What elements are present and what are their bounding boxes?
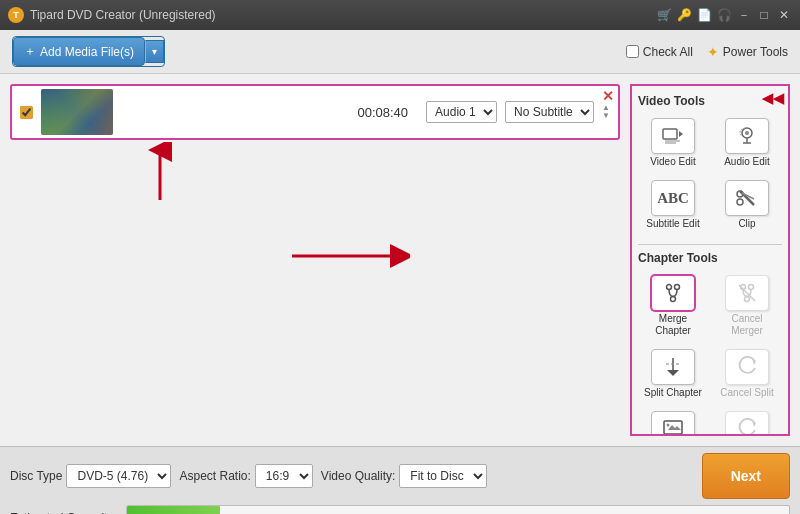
bottom-selects: Disc Type DVD-5 (4.76) DVD-9 (8.54) Aspe…	[10, 464, 702, 488]
svg-marker-5	[679, 131, 683, 137]
app-title: Tipard DVD Creator (Unregistered)	[30, 8, 656, 22]
video-quality-select[interactable]: Fit to Disc High Medium Low	[399, 464, 487, 488]
cancel-merger-icon-box	[725, 275, 769, 311]
disc-type-field: Disc Type DVD-5 (4.76) DVD-9 (8.54)	[10, 464, 171, 488]
subtitle-edit-button[interactable]: ABC Subtitle Edit	[638, 176, 708, 234]
media-duration: 00:08:40	[357, 105, 408, 120]
power-icon: ✦	[707, 44, 719, 60]
video-edit-button[interactable]: Video Edit	[638, 114, 708, 172]
clip-label: Clip	[738, 218, 755, 230]
next-button[interactable]: Next	[702, 453, 790, 499]
right-arrow-svg	[290, 244, 410, 268]
toolbar: ＋ Add Media File(s) ▾ Check All ✦ Power …	[0, 30, 800, 74]
toolbar-right: Check All ✦ Power Tools	[626, 44, 788, 60]
audio-edit-label: Audio Edit	[724, 156, 770, 168]
merge-chapter-button[interactable]: Merge Chapter	[638, 271, 708, 341]
svg-point-17	[675, 285, 680, 290]
bottom-bar: Disc Type DVD-5 (4.76) DVD-9 (8.54) Aspe…	[0, 446, 800, 514]
split-chapter-icon	[662, 356, 684, 378]
media-close-button[interactable]: ✕	[602, 88, 614, 104]
collapse-button[interactable]: ◀◀	[762, 90, 784, 106]
merge-chapter-icon	[662, 282, 684, 304]
split-chapter-button[interactable]: Split Chapter	[638, 345, 708, 403]
power-tools-label: Power Tools	[723, 45, 788, 59]
minimize-icon[interactable]: －	[736, 7, 752, 23]
cancel-split-icon-box	[725, 349, 769, 385]
svg-point-18	[671, 297, 676, 302]
split-chapter-icon-box	[651, 349, 695, 385]
side-panel: ◀◀ Video Tools Video Edit	[630, 84, 790, 436]
thumbnail-setting-icon-box	[651, 411, 695, 436]
subtitle-edit-icon-box: ABC	[651, 180, 695, 216]
split-chapter-label: Split Chapter	[644, 387, 702, 399]
video-tools-grid: Video Edit Audio Edit	[638, 114, 782, 234]
media-thumbnail	[41, 89, 113, 135]
svg-point-9	[745, 131, 749, 135]
thumbnail-setting-button[interactable]: Thumbnail Setting	[638, 407, 708, 436]
cancel-split-label: Cancel Split	[720, 387, 773, 399]
clip-button[interactable]: Clip	[712, 176, 782, 234]
svg-rect-4	[663, 129, 677, 139]
clip-icon	[736, 187, 758, 209]
capacity-bar-wrapper: 0.5GB 1GB 1.5GB 2GB 2.5GB 3GB 3.5GB 4GB …	[126, 505, 790, 514]
headset-icon[interactable]: 🎧	[716, 7, 732, 23]
subtitle-edit-label: Subtitle Edit	[646, 218, 699, 230]
svg-rect-30	[667, 435, 679, 436]
spinner[interactable]: ▲ ▼	[602, 104, 610, 120]
add-icon: ＋	[24, 43, 36, 60]
add-media-button[interactable]: ＋ Add Media File(s)	[13, 37, 145, 66]
chapter-tools-title: Chapter Tools	[638, 251, 782, 265]
video-edit-icon-box	[651, 118, 695, 154]
capacity-bar-fill	[127, 506, 220, 514]
media-area: 00:08:40 Audio 1 No Subtitle ▲ ▼ ✕	[0, 74, 630, 446]
cancel-merger-button[interactable]: Cancel Merger	[712, 271, 782, 341]
capacity-row: Estimated Capacity: 0.5GB 1GB 1.5GB 2GB …	[10, 505, 790, 514]
key-icon[interactable]: 🔑	[676, 7, 692, 23]
divider	[638, 244, 782, 245]
main-area: ＋ Add Media File(s) ▾ Check All ✦ Power …	[0, 30, 800, 514]
svg-marker-24	[667, 370, 679, 376]
check-all-label[interactable]: Check All	[626, 45, 693, 59]
clip-icon-box	[725, 180, 769, 216]
close-icon[interactable]: ✕	[776, 7, 792, 23]
content-area: 00:08:40 Audio 1 No Subtitle ▲ ▼ ✕	[0, 74, 800, 446]
chapter-tools-grid: Merge Chapter Cancel Merg	[638, 271, 782, 436]
cancel-split-button[interactable]: Cancel Split	[712, 345, 782, 403]
cancel-split-icon	[736, 356, 758, 378]
file-icon[interactable]: 📄	[696, 7, 712, 23]
media-item: 00:08:40 Audio 1 No Subtitle ▲ ▼ ✕	[10, 84, 620, 140]
svg-point-14	[737, 199, 743, 205]
aspect-ratio-field: Aspect Ratio: 16:9 4:3	[179, 464, 312, 488]
merge-chapter-label: Merge Chapter	[642, 313, 704, 337]
up-arrow-svg	[148, 142, 172, 202]
add-media-dropdown[interactable]: ▾	[145, 40, 164, 63]
check-all-checkbox[interactable]	[626, 45, 639, 58]
svg-point-29	[667, 424, 670, 427]
video-quality-label: Video Quality:	[321, 469, 396, 483]
disc-type-select[interactable]: DVD-5 (4.76) DVD-9 (8.54)	[66, 464, 171, 488]
reset-all-button[interactable]: Reset All	[712, 407, 782, 436]
audio-edit-icon-box	[725, 118, 769, 154]
power-tools-button[interactable]: ✦ Power Tools	[707, 44, 788, 60]
add-media-label: Add Media File(s)	[40, 45, 134, 59]
video-edit-icon	[662, 125, 684, 147]
video-tools-title: Video Tools	[638, 94, 782, 108]
media-checkbox[interactable]	[20, 106, 33, 119]
audio-select[interactable]: Audio 1	[426, 101, 497, 123]
arrow-right-annotation	[290, 244, 410, 271]
cart-icon[interactable]: 🛒	[656, 7, 672, 23]
svg-marker-28	[668, 425, 681, 430]
aspect-ratio-label: Aspect Ratio:	[179, 469, 250, 483]
subtitle-select[interactable]: No Subtitle	[505, 101, 594, 123]
restore-icon[interactable]: □	[756, 7, 772, 23]
svg-point-16	[667, 285, 672, 290]
check-all-text: Check All	[643, 45, 693, 59]
svg-point-21	[745, 297, 750, 302]
spinner-down[interactable]: ▼	[602, 112, 610, 120]
disc-type-label: Disc Type	[10, 469, 62, 483]
svg-point-20	[749, 285, 754, 290]
aspect-ratio-select[interactable]: 16:9 4:3	[255, 464, 313, 488]
cancel-merger-label: Cancel Merger	[716, 313, 778, 337]
reset-all-icon	[736, 418, 758, 436]
audio-edit-button[interactable]: Audio Edit	[712, 114, 782, 172]
